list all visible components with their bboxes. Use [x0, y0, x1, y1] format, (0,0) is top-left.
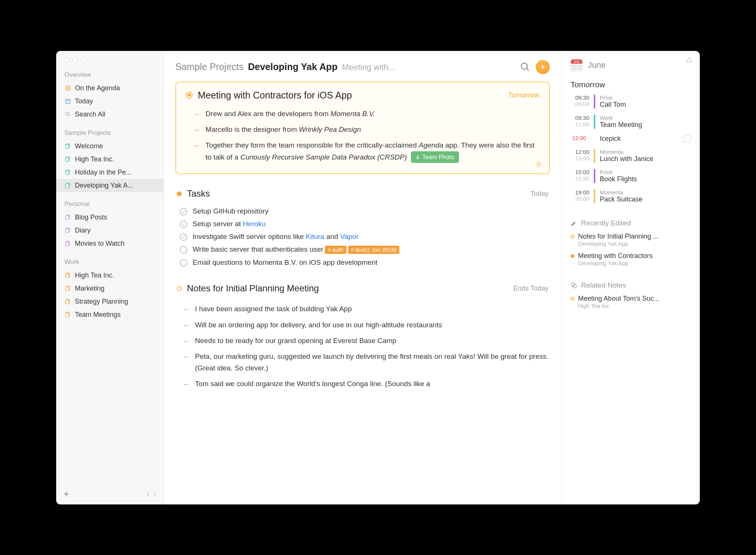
sidebar-item-label: Holiday in the Pe...	[75, 169, 131, 176]
task-item[interactable]: Email questions to Momenta B.V. on iOS a…	[175, 256, 550, 269]
checkbox-checked-icon[interactable]	[180, 208, 187, 215]
note-card-meeting[interactable]: Meeting with Contractors for iOS App Tom…	[175, 82, 550, 175]
task-text: Investigate Swift server options like Ki…	[193, 233, 359, 241]
list-item[interactable]: Meeting with Contractors Developing Yak …	[571, 252, 691, 266]
event-times: 08:30 09:00	[571, 94, 589, 109]
section-date[interactable]: Ends Today	[513, 285, 548, 292]
bullet-item[interactable]: –I have been assigned the task of buildi…	[175, 301, 550, 317]
add-note-button[interactable]: +	[536, 60, 550, 74]
sidebar: Overview On the AgendaTodaySearch All Sa…	[56, 51, 164, 504]
section-title: Tasks	[187, 188, 525, 199]
checkbox-checked-icon[interactable]	[180, 233, 187, 241]
task-item[interactable]: Setup GitHub repository	[175, 205, 550, 218]
gear-icon[interactable]	[535, 161, 542, 168]
sidebar-item-movies-to-watch[interactable]: Movies to Watch	[56, 237, 164, 250]
sidebar-item-blog-posts[interactable]: Blog Posts	[56, 211, 164, 224]
breadcrumb: Sample Projects Developing Yak App Meeti…	[175, 61, 515, 72]
svg-point-29	[538, 164, 540, 166]
checkbox-unchecked-icon[interactable]	[180, 246, 187, 254]
breadcrumb-tail[interactable]: Meeting with...	[342, 63, 395, 72]
list-item[interactable]: Meeting About Tom's Suc... High Tea Inc.	[571, 295, 691, 309]
sync-status-icon[interactable]	[686, 56, 693, 65]
person-tag[interactable]: Team Photo	[411, 151, 459, 163]
svg-rect-17	[66, 242, 69, 246]
sidebar-item-label: Movies to Watch	[75, 240, 124, 248]
app-window: Overview On the AgendaTodaySearch All Sa…	[56, 51, 700, 504]
sidebar-item-label: On the Agenda	[75, 84, 120, 92]
task-item[interactable]: Setup server at Heroku	[175, 218, 550, 230]
checkbox-checked-icon[interactable]	[180, 221, 187, 228]
task-item[interactable]: Investigate Swift server options like Ki…	[175, 230, 550, 243]
sidebar-item-marketing[interactable]: Marketing	[56, 282, 164, 295]
sidebar-item-developing-yak-a-[interactable]: Developing Yak A...	[56, 179, 164, 192]
bullet-item[interactable]: –Will be an ordering app for delivery, a…	[175, 317, 550, 333]
section-date[interactable]: Today	[530, 190, 548, 198]
search-button[interactable]	[520, 62, 530, 72]
sidebar-item-search-all[interactable]: Search All	[56, 108, 164, 121]
calendar-month: June	[588, 60, 606, 70]
bullet-item[interactable]: –Tom said we could organize the World's …	[175, 376, 550, 392]
sidebar-item-welcome[interactable]: Welcome	[56, 140, 164, 153]
project-icon	[64, 143, 71, 149]
close-window[interactable]	[64, 58, 69, 63]
breadcrumb-parent[interactable]: Sample Projects	[175, 61, 244, 72]
calendar-event[interactable]: 15:00 15:30 Privé Book Flights	[571, 169, 691, 183]
bullet-item[interactable]: –Peta, our marketing guru, suggested we …	[175, 349, 550, 376]
sidebar-item-on-the-agenda[interactable]: On the Agenda	[56, 82, 164, 95]
calendar-event[interactable]: 19:00 20:00 Momenta Pack Suitcase	[571, 189, 691, 203]
bullet-item[interactable]: –Marcello is the designer from Wrinkly P…	[186, 122, 539, 137]
list-item[interactable]: Notes for Initial Planning ... Developin…	[571, 233, 691, 247]
project-icon	[64, 182, 71, 189]
planning-notes-section: Notes for Initial Planning Meeting Ends …	[175, 283, 550, 392]
sidebar-item-high-tea-inc-[interactable]: High Tea Inc.	[56, 153, 164, 166]
checkbox-unchecked-icon[interactable]	[180, 259, 187, 267]
item-subtitle: Developing Yak App	[578, 260, 653, 266]
sidebar-item-label: High Tea Inc.	[75, 272, 114, 279]
calendar-header[interactable]: JUN June	[571, 59, 691, 71]
note-date[interactable]: Tomorrow	[508, 91, 539, 99]
related-notes-header: Related Notes	[571, 281, 691, 289]
calendar-event[interactable]: 08:30 09:00 Privé Call Tom	[571, 94, 691, 109]
calendar-event[interactable]: 12:00 13:00 Momenta Lunch with Janice	[571, 149, 691, 163]
pencil-icon	[571, 220, 577, 227]
minimize-window[interactable]	[73, 58, 78, 63]
calendar-event[interactable]: 09:30 11:00 Work Team Meeting	[571, 115, 691, 129]
sidebar-item-label: High Tea Inc.	[75, 155, 114, 163]
inline-tag[interactable]: ⌗ auth	[325, 246, 346, 254]
task-item[interactable]: Write basic server that authenticates us…	[175, 243, 550, 256]
task-text: Setup server at Heroku	[193, 220, 266, 228]
sidebar-item-holiday-in-the-pe-[interactable]: Holiday in the Pe...	[56, 166, 164, 179]
inline-tag[interactable]: ⌗ due(2 Jan 2018)	[348, 246, 399, 254]
zoom-window[interactable]	[82, 58, 87, 63]
svg-line-3	[69, 115, 70, 116]
svg-point-28	[417, 155, 418, 157]
event-color-bar	[594, 169, 595, 183]
nav-back-button[interactable]: ‹	[147, 489, 149, 498]
sidebar-item-today[interactable]: Today	[56, 95, 164, 108]
event-times: 12:00 13:00	[571, 149, 589, 163]
event-times: 12:00 ·	[571, 135, 589, 143]
sidebar-item-diary[interactable]: Diary	[56, 224, 164, 237]
bullet-item[interactable]: –Needs to be ready for our grand opening…	[175, 333, 550, 349]
item-subtitle: High Tea Inc.	[578, 303, 659, 309]
svg-rect-5	[66, 145, 69, 149]
sidebar-item-label: Search All	[75, 110, 105, 118]
bullet-item[interactable]: –Drew and Alex are the developers from M…	[186, 106, 539, 122]
breadcrumb-current[interactable]: Developing Yak App	[248, 61, 338, 72]
sidebar-item-high-tea-inc-[interactable]: High Tea Inc.	[56, 269, 164, 282]
nav-forward-button[interactable]: ›	[154, 489, 156, 498]
svg-rect-9	[66, 171, 69, 175]
event-times: 09:30 11:00	[571, 115, 589, 129]
content-area: Meeting with Contractors for iOS App Tom…	[164, 82, 561, 504]
sidebar-item-strategy-planning[interactable]: Strategy Planning	[56, 295, 164, 308]
calendar-event[interactable]: 12:00 · Icepick	[571, 135, 691, 143]
svg-rect-25	[66, 313, 69, 317]
sidebar-item-label: Diary	[75, 227, 91, 234]
event-note-icon[interactable]	[683, 135, 691, 142]
event-color-bar	[594, 94, 595, 109]
status-dot-icon	[571, 254, 574, 258]
bullet-item[interactable]: –Together they form the team responsible…	[186, 137, 539, 165]
sidebar-item-team-meetings[interactable]: Team Meetings	[56, 308, 164, 321]
add-project-button[interactable]: +	[64, 489, 69, 499]
recently-edited-header: Recently Edited	[571, 219, 691, 227]
